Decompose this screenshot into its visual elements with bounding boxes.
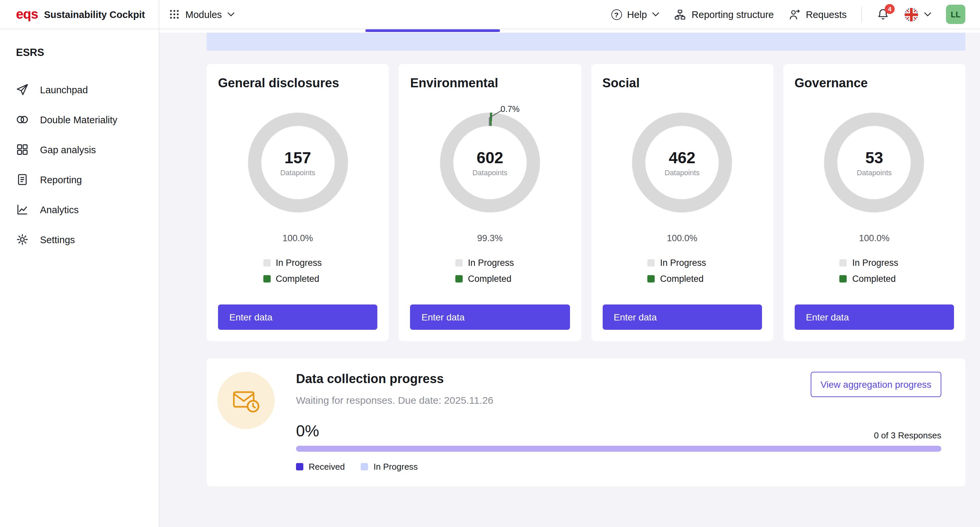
datapoints-value: 462 bbox=[669, 149, 695, 167]
datapoints-label: Datapoints bbox=[473, 168, 508, 176]
sidebar-item-double-materiality[interactable]: Double Materiality bbox=[0, 105, 159, 135]
paper-plane-icon bbox=[16, 83, 29, 96]
in-progress-percent: 99.3% bbox=[410, 233, 570, 243]
reporting-structure-button[interactable]: Reporting structure bbox=[675, 8, 774, 20]
legend-label: Received bbox=[309, 462, 345, 472]
sidebar-item-settings[interactable]: Settings bbox=[0, 224, 159, 254]
view-aggregation-progress-button[interactable]: View aggregation progress bbox=[810, 372, 941, 397]
donut-chart: 462 Datapoints bbox=[602, 98, 762, 227]
eqs-logo: eqs bbox=[16, 7, 38, 22]
double-circles-icon bbox=[16, 113, 29, 126]
data-collection-subtitle: Waiting for responses. Due date: 2025.11… bbox=[296, 394, 493, 406]
datapoints-value: 157 bbox=[284, 149, 311, 167]
sidebar-item-label: Settings bbox=[40, 234, 75, 245]
help-label: Help bbox=[627, 9, 647, 20]
envelope-clock-icon bbox=[217, 372, 275, 429]
modules-label: Modules bbox=[185, 9, 222, 20]
in-progress-swatch bbox=[840, 259, 847, 267]
datapoints-label: Datapoints bbox=[665, 168, 700, 176]
grid-dots-icon bbox=[169, 9, 180, 20]
legend-in-progress: In Progress bbox=[840, 258, 909, 268]
legend-completed: Completed bbox=[455, 274, 525, 284]
sidebar-item-analytics[interactable]: Analytics bbox=[0, 195, 159, 224]
donut-center: 53 Datapoints bbox=[838, 126, 911, 199]
card-governance: Governance 53 Datapoints 100.0% In Progr… bbox=[783, 64, 966, 341]
in-progress-swatch bbox=[263, 259, 270, 267]
enter-data-button[interactable]: Enter data bbox=[795, 305, 955, 330]
tab-bar-remnant bbox=[159, 29, 980, 33]
sidebar: ESRS Launchpad Double Materiality bbox=[0, 29, 159, 527]
legend-label: In Progress bbox=[373, 462, 418, 472]
main-content: General disclosures 157 Datapoints 100.0… bbox=[159, 29, 980, 527]
sidebar-item-gap-analysis[interactable]: Gap analysis bbox=[0, 135, 159, 165]
completed-swatch bbox=[840, 275, 847, 283]
card-environmental: Environmental 0.7% 602 Datapoints bbox=[399, 64, 581, 341]
datapoints-label: Datapoints bbox=[857, 168, 892, 176]
donut-chart: 157 Datapoints bbox=[218, 98, 378, 227]
donut-ring: 462 Datapoints bbox=[632, 113, 732, 213]
donut-legend: In Progress Completed bbox=[455, 258, 525, 284]
legend-label: Completed bbox=[852, 274, 896, 284]
data-collection-title: Data collection progress bbox=[296, 372, 493, 386]
legend-completed: Completed bbox=[840, 274, 909, 284]
enter-data-button[interactable]: Enter data bbox=[602, 305, 762, 330]
datapoints-value: 53 bbox=[865, 149, 883, 167]
callout-label: 0.7% bbox=[501, 105, 520, 114]
donut-center: 602 Datapoints bbox=[453, 126, 527, 199]
topbar: eqs Sustainability Cockpit Modules ? Hel… bbox=[0, 0, 980, 29]
legend-label: In Progress bbox=[660, 258, 706, 268]
progress-bar bbox=[296, 446, 941, 452]
user-request-icon bbox=[788, 8, 800, 20]
sidebar-item-launchpad[interactable]: Launchpad bbox=[0, 75, 159, 105]
sidebar-item-label: Gap analysis bbox=[40, 144, 96, 155]
card-general-disclosures: General disclosures 157 Datapoints 100.0… bbox=[207, 64, 389, 341]
requests-button[interactable]: Requests bbox=[788, 8, 847, 20]
legend-label: In Progress bbox=[852, 258, 898, 268]
sidebar-item-label: Launchpad bbox=[40, 84, 88, 95]
donut-ring: 0.7% 602 Datapoints bbox=[440, 113, 540, 213]
in-progress-percent: 100.0% bbox=[795, 233, 955, 243]
chevron-down-icon bbox=[652, 12, 660, 17]
donut-center: 157 Datapoints bbox=[261, 126, 334, 199]
notifications-button[interactable]: 4 bbox=[877, 8, 889, 21]
responses-count: 0 of 3 Responses bbox=[874, 430, 941, 440]
legend-label: In Progress bbox=[468, 258, 514, 268]
legend-in-progress: In Progress bbox=[263, 258, 332, 268]
brand: eqs Sustainability Cockpit bbox=[0, 0, 159, 29]
legend-in-progress: In Progress bbox=[361, 462, 418, 472]
legend-received: Received bbox=[296, 462, 345, 472]
datapoints-value: 602 bbox=[477, 149, 503, 167]
help-button[interactable]: ? Help bbox=[611, 9, 660, 20]
enter-data-button[interactable]: Enter data bbox=[410, 305, 570, 330]
line-chart-icon bbox=[16, 203, 29, 216]
legend-label: Completed bbox=[660, 274, 704, 284]
modules-menu-button[interactable]: Modules bbox=[169, 9, 235, 20]
legend-completed: Completed bbox=[263, 274, 332, 284]
app-title: Sustainability Cockpit bbox=[44, 9, 145, 20]
donut-ring: 157 Datapoints bbox=[248, 113, 348, 213]
donut-legend: In Progress Completed bbox=[648, 258, 717, 284]
requests-label: Requests bbox=[806, 9, 847, 20]
donut-chart: 53 Datapoints bbox=[795, 98, 955, 227]
in-progress-percent: 100.0% bbox=[602, 233, 762, 243]
grid-icon bbox=[16, 143, 29, 156]
data-collection-card: Data collection progress Waiting for res… bbox=[207, 359, 965, 486]
chevron-down-icon bbox=[228, 12, 235, 17]
in-progress-swatch bbox=[455, 259, 463, 267]
legend-label: Completed bbox=[276, 274, 319, 284]
sidebar-item-label: Double Materiality bbox=[40, 114, 117, 125]
card-social: Social 462 Datapoints 100.0% In Progress bbox=[591, 64, 773, 341]
sidebar-item-reporting[interactable]: Reporting bbox=[0, 165, 159, 195]
completed-swatch bbox=[263, 275, 270, 283]
donut-legend: In Progress Completed bbox=[840, 258, 909, 284]
completed-swatch bbox=[648, 275, 655, 283]
language-button[interactable] bbox=[904, 7, 931, 22]
donut-center: 462 Datapoints bbox=[645, 126, 719, 199]
reporting-structure-label: Reporting structure bbox=[692, 9, 774, 20]
sitemap-icon bbox=[675, 8, 686, 20]
legend-completed: Completed bbox=[648, 274, 717, 284]
topbar-actions: ? Help Reporting structure bbox=[611, 5, 980, 24]
legend-label: Completed bbox=[468, 274, 512, 284]
enter-data-button[interactable]: Enter data bbox=[218, 305, 378, 330]
user-avatar[interactable]: LL bbox=[946, 5, 965, 24]
